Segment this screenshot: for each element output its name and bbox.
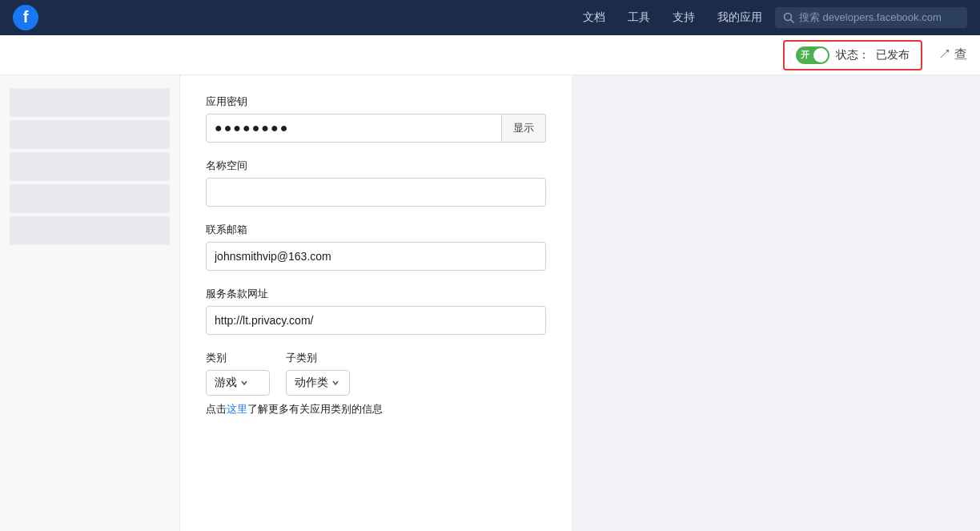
nav-docs[interactable]: 文档 [583,10,605,25]
subcategory-label: 子类别 [286,351,350,365]
info-link-row: 点击这里了解更多有关应用类别的信息 [206,402,546,416]
secret-label: 应用密钥 [206,95,546,109]
nav-support[interactable]: 支持 [673,10,695,25]
info-prefix: 点击 [206,403,227,415]
category-value: 游戏 [215,376,237,390]
sidebar-item-1[interactable] [10,88,170,117]
sidebar-item-5[interactable] [10,216,170,245]
page-layout: 应用密钥 显示 名称空间 联系邮箱 服务条款网址 [0,75,980,531]
form-section: 应用密钥 显示 名称空间 联系邮箱 服务条款网址 [206,95,546,416]
toggle-label: 开 [801,49,809,61]
category-select[interactable]: 游戏 [206,370,270,396]
secret-row: 显示 [206,114,546,143]
subcategory-col: 子类别 动作类 [286,351,350,396]
show-button[interactable]: 显示 [502,114,546,143]
app-secret-group: 应用密钥 显示 [206,95,546,143]
topnav: f 文档 工具 支持 我的应用 搜索 developers.facebook.c… [0,0,980,35]
category-col: 类别 游戏 [206,351,270,396]
category-label: 类别 [206,351,270,365]
tos-group: 服务条款网址 [206,287,546,335]
search-placeholder: 搜索 developers.facebook.com [799,10,942,25]
chevron-down-icon-2 [331,379,339,387]
chart-icon[interactable]: ↗ 查 [938,46,967,63]
topnav-search[interactable]: 搜索 developers.facebook.com [775,7,967,28]
sidebar [0,75,180,531]
info-link[interactable]: 这里 [227,403,247,415]
subheader: 开 状态： 已发布 ↗ 查 [0,35,980,75]
main-content: 应用密钥 显示 名称空间 联系邮箱 服务条款网址 [180,75,572,531]
svg-line-3 [791,20,794,23]
status-value: 已发布 [876,48,910,62]
status-label: 状态： [836,48,870,62]
tos-input[interactable] [206,306,546,335]
status-toggle[interactable]: 开 [796,46,829,64]
secret-input[interactable] [206,114,502,143]
subcategory-value: 动作类 [295,376,328,390]
namespace-group: 名称空间 [206,159,546,207]
svg-text:f: f [23,8,29,26]
namespace-label: 名称空间 [206,159,546,173]
facebook-logo-icon: f [13,5,38,30]
subcategory-select[interactable]: 动作类 [286,370,350,396]
namespace-input[interactable] [206,178,546,207]
category-row: 类别 游戏 子类别 动作类 [206,351,546,396]
right-panel [572,75,980,531]
sidebar-item-3[interactable] [10,152,170,181]
sidebar-item-2[interactable] [10,120,170,149]
email-input[interactable] [206,242,546,271]
info-suffix: 了解更多有关应用类别的信息 [247,403,383,415]
nav-my-apps[interactable]: 我的应用 [717,10,762,25]
nav-tools[interactable]: 工具 [628,10,650,25]
topnav-links: 文档 工具 支持 我的应用 [583,10,762,25]
tos-label: 服务条款网址 [206,287,546,301]
category-group: 类别 游戏 子类别 动作类 [206,351,546,416]
search-icon [783,12,794,23]
toggle-circle [813,48,828,62]
email-label: 联系邮箱 [206,223,546,237]
sidebar-item-4[interactable] [10,184,170,213]
email-group: 联系邮箱 [206,223,546,271]
status-box: 开 状态： 已发布 [783,40,922,70]
chevron-down-icon [240,379,248,387]
